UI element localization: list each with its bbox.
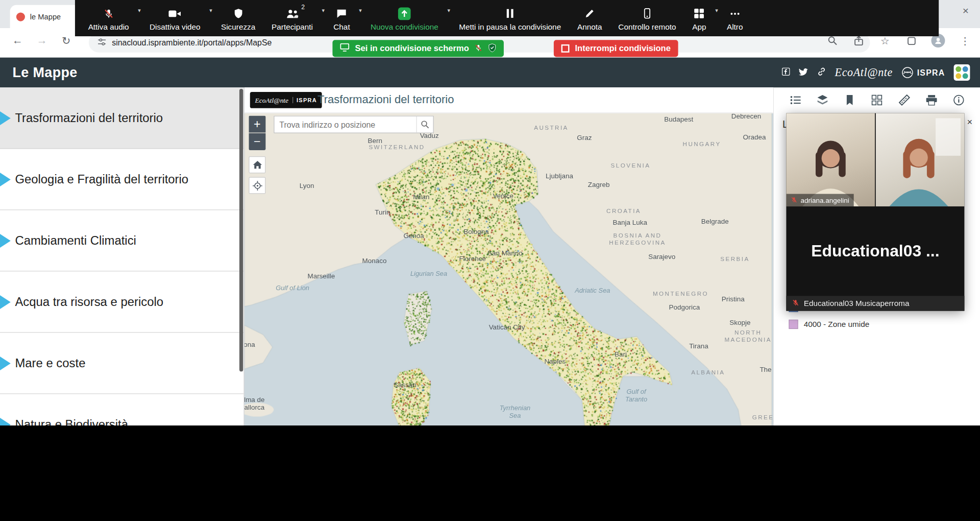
measure-icon[interactable]	[895, 91, 914, 110]
twitter-icon[interactable]	[799, 67, 808, 78]
info-icon[interactable]	[949, 91, 968, 110]
meeting-button-unmute[interactable]: Attiva audio▾	[80, 0, 141, 36]
sidebar-item-3[interactable]: Cambiamenti Climatici	[0, 210, 244, 271]
meeting-button-share[interactable]: Nuova condivisione▾	[362, 0, 451, 36]
locate-button[interactable]	[249, 177, 265, 194]
tab-favicon-icon	[16, 12, 25, 21]
map-canvas[interactable]	[244, 112, 773, 425]
meeting-button-label: Altro	[727, 22, 743, 31]
sidebar-item-label: Trasformazioni del territorio	[15, 111, 163, 125]
window-close-icon[interactable]: ×	[958, 5, 974, 17]
meeting-button-label: Nuova condivisione	[371, 22, 438, 31]
more-icon	[729, 5, 741, 21]
participant-2-silhouette	[876, 113, 965, 206]
chevron-down-icon[interactable]: ▾	[322, 8, 325, 14]
meeting-button-apps[interactable]: App▾	[684, 0, 719, 36]
meeting-button-annotate[interactable]: Annota	[569, 0, 610, 36]
chevron-down-icon[interactable]: ▾	[138, 8, 141, 14]
meeting-button-more[interactable]: Altro	[719, 0, 751, 36]
meeting-toolbar: Attiva audio▾Disattiva video▾Sicurezza2P…	[75, 0, 939, 36]
chat-icon	[336, 5, 347, 21]
legend-close-icon[interactable]: ×	[967, 116, 973, 127]
sidebar-item-4[interactable]: Acqua tra risorsa e pericolo	[0, 271, 244, 333]
video-icon	[168, 5, 182, 21]
meeting-button-label: Metti in pausa la condivisione	[459, 22, 561, 31]
layers-icon[interactable]	[813, 91, 832, 110]
legend-swatch	[789, 320, 798, 329]
reload-icon[interactable]: ↻	[59, 34, 74, 48]
map-search-input[interactable]	[275, 120, 416, 129]
meeting-button-remote[interactable]: Controllo remoto	[610, 0, 684, 36]
sidebar-scrollbar[interactable]	[239, 89, 243, 371]
pause-icon	[506, 5, 514, 21]
participant-1-label: adriana.angelini	[801, 196, 849, 204]
facebook-icon[interactable]	[782, 67, 790, 78]
zoom-out-button[interactable]: −	[249, 133, 265, 150]
ispra-logo: ISPRA	[901, 66, 945, 79]
browser-tab[interactable]: le Mappe	[10, 5, 80, 28]
shield-check-icon	[488, 43, 497, 54]
participant-video-1[interactable]: adriana.angelini	[786, 113, 875, 206]
meeting-button-label: App	[692, 22, 706, 31]
meeting-button-pause[interactable]: Metti in pausa la condivisione	[451, 0, 569, 36]
print-icon[interactable]	[922, 91, 941, 110]
theme-sidebar: Trasformazioni del territorioGeologia e …	[0, 87, 244, 425]
chevron-down-icon[interactable]: ▾	[209, 8, 212, 14]
sidebar-item-6[interactable]: Natura e Biodiversità	[0, 394, 244, 425]
sidebar-item-label: Acqua tra risorsa e pericolo	[15, 295, 163, 309]
screen-share-icon	[340, 43, 349, 54]
tab-title: le Mappe	[30, 12, 61, 21]
meeting-button-participants[interactable]: 2Partecipanti▾	[263, 0, 325, 36]
zoom-in-button[interactable]: +	[249, 116, 265, 133]
snpa-logo-icon	[954, 64, 970, 81]
site-settings-icon	[97, 37, 106, 48]
browser-menu-icon[interactable]: ⋮	[959, 34, 971, 46]
participant-video-2[interactable]	[875, 113, 964, 206]
map-search	[274, 116, 433, 133]
mic-muted-icon	[792, 299, 799, 308]
chevron-down-icon[interactable]: ▾	[715, 8, 718, 14]
link-icon[interactable]	[817, 66, 826, 78]
participant-tiles: adriana.angelini	[786, 113, 964, 206]
meeting-button-label: Annota	[577, 22, 602, 31]
basemap-grid-icon[interactable]	[868, 91, 887, 110]
sidebar-item-label: Natura e Biodiversità	[15, 417, 128, 425]
meeting-button-label: Partecipanti	[272, 22, 313, 31]
apps-icon	[694, 5, 705, 21]
meeting-button-video[interactable]: Disattiva video▾	[141, 0, 213, 36]
stop-sharing-button[interactable]: Interrompi condivisione	[554, 40, 678, 57]
sidebar-item-5[interactable]: Mare e coste	[0, 333, 244, 394]
meeting-button-security[interactable]: Sicurezza	[213, 0, 263, 36]
sidebar-item-1[interactable]: Trasformazioni del territorio	[0, 87, 244, 149]
meeting-button-label: Chat	[333, 22, 350, 31]
list-legend-icon[interactable]	[786, 91, 805, 110]
legend-label: 4000 - Zone umide	[804, 320, 869, 328]
meeting-button-label: Sicurezza	[221, 22, 255, 31]
back-icon[interactable]: ←	[10, 34, 25, 46]
sharing-status-banner[interactable]: Sei in condivisione schermo	[332, 40, 504, 57]
arrow-marker-icon	[0, 111, 11, 125]
home-button[interactable]	[249, 156, 265, 173]
stop-icon	[561, 44, 570, 53]
participant-1-silhouette	[786, 113, 875, 206]
map-logo: EcoAtl@nte ISPRA	[250, 92, 322, 108]
url-text: sinacloud.isprambiente.it/portal/apps/Ma…	[112, 38, 272, 47]
sidebar-item-label: Geologia e Fragilità del territorio	[15, 172, 188, 186]
chevron-down-icon[interactable]: ▾	[359, 8, 362, 14]
sharing-status-text: Sei in condivisione schermo	[355, 44, 469, 53]
meeting-button-label: Controllo remoto	[618, 22, 676, 31]
ispra-text: ISPRA	[917, 68, 945, 77]
map-search-button[interactable]	[416, 116, 433, 133]
stop-sharing-label: Interrompi condivisione	[575, 44, 671, 53]
mic-muted-icon	[791, 196, 797, 204]
participants-icon: 2	[285, 5, 299, 21]
site-header: Le Mappe EcoAtl@nte ISPRA	[0, 58, 980, 88]
bookmark-icon[interactable]	[840, 91, 859, 110]
meeting-button-chat[interactable]: Chat▾	[325, 0, 362, 36]
forward-icon[interactable]: →	[34, 34, 49, 46]
chevron-down-icon[interactable]: ▾	[448, 8, 451, 14]
sidebar-item-2[interactable]: Geologia e Fragilità del territorio	[0, 149, 244, 210]
video-call-overlay[interactable]: adriana.angelini Educational03 ... Educa…	[786, 113, 964, 311]
active-speaker-name: Educational03 ...	[786, 206, 964, 296]
map-logo-ispra: ISPRA	[292, 97, 316, 103]
